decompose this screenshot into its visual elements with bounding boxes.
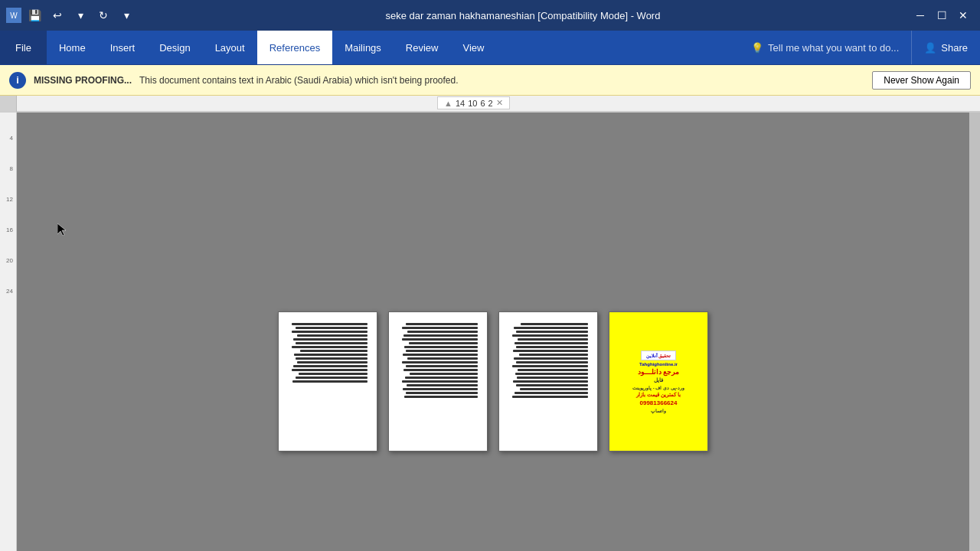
tab-view[interactable]: View: [450, 31, 496, 64]
vertical-ruler: 4 8 12 16 20 24: [0, 112, 17, 551]
text-line: [292, 369, 368, 371]
text-line: [514, 327, 588, 329]
title-bar: W 💾 ↩ ▾ ↻ ▾ seke dar zaman hakhamaneshia…: [0, 0, 980, 31]
share-button[interactable]: 👤 Share: [911, 31, 980, 64]
tab-review[interactable]: Review: [394, 31, 451, 64]
text-line: [297, 334, 368, 337]
share-icon: 👤: [924, 42, 936, 54]
ribbon-tab-list: File Home Insert Design Layout Reference…: [0, 31, 980, 64]
tab-mailings[interactable]: Mailings: [332, 31, 394, 64]
ruler-mark-24: 24: [6, 289, 13, 295]
undo-dropdown-button[interactable]: ▾: [70, 5, 90, 25]
text-line: [292, 323, 368, 325]
text-line: [513, 380, 588, 383]
ruler-row: ▲ 14 10 6 2 ✕: [0, 96, 980, 112]
text-line: [403, 388, 478, 390]
text-line: [520, 388, 588, 390]
text-line: [521, 323, 588, 325]
tell-me-text: Tell me what you want to do...: [768, 42, 899, 54]
horizontal-ruler: ▲ 14 10 6 2 ✕: [17, 96, 980, 112]
redo-button[interactable]: ↻: [93, 5, 113, 25]
tab-home[interactable]: Home: [47, 31, 98, 64]
quick-access-dropdown[interactable]: ▾: [116, 5, 136, 25]
ad-ref: مرجع دانلـــود: [638, 368, 680, 376]
text-line: [513, 350, 588, 352]
text-line: [406, 365, 478, 367]
text-line: [296, 377, 368, 379]
mouse-cursor: [57, 223, 64, 230]
text-line: [407, 331, 478, 333]
text-line: [292, 331, 368, 333]
ad-phone: 09981366624: [640, 399, 678, 406]
text-line: [406, 323, 478, 325]
text-line: [512, 396, 588, 398]
tell-me-field[interactable]: 💡 Tell me what you want to do...: [739, 31, 911, 64]
page-thumb-4[interactable]: تحقیق آنلاین Tahghighonline.ir مرجع دانل…: [609, 311, 708, 452]
text-line: [402, 361, 478, 364]
text-line: [404, 396, 478, 398]
text-line: [516, 361, 588, 364]
text-line: [402, 327, 478, 329]
save-button[interactable]: 💾: [24, 5, 44, 25]
text-line: [402, 338, 478, 341]
text-line: [293, 338, 368, 341]
text-line: [292, 380, 368, 383]
text-line: [409, 342, 478, 344]
restore-button[interactable]: ☐: [931, 5, 952, 26]
nav-val1: 14: [456, 99, 465, 108]
nav-prev-icon[interactable]: ▲: [444, 99, 452, 108]
minimize-button[interactable]: ─: [910, 5, 931, 26]
never-show-again-button[interactable]: Never Show Again: [872, 71, 971, 90]
text-line: [512, 365, 588, 367]
text-line: [405, 377, 478, 379]
notification-bar: i MISSING PROOFING... This document cont…: [0, 65, 980, 96]
ruler-mark-20: 20: [6, 258, 13, 264]
tab-design[interactable]: Design: [147, 31, 202, 64]
text-line: [514, 392, 588, 394]
text-line: [402, 380, 478, 383]
text-line: [515, 373, 588, 375]
text-line: [293, 365, 368, 367]
page-thumbnails: تحقیق آنلاین Tahghighonline.ir مرجع دانل…: [278, 311, 708, 452]
text-line: [512, 334, 588, 337]
ad-file: فایل: [654, 377, 663, 383]
text-line: [296, 342, 368, 344]
tab-layout[interactable]: Layout: [203, 31, 257, 64]
close-button[interactable]: ✕: [952, 5, 974, 26]
page-thumb-3[interactable]: [498, 311, 598, 452]
tab-insert[interactable]: Insert: [98, 31, 148, 64]
text-line: [404, 346, 478, 348]
ad-site: Tahghighonline.ir: [639, 362, 678, 367]
text-line: [296, 357, 368, 360]
page-thumb-2[interactable]: [388, 311, 488, 452]
ad-whatsapp: واتساپ: [651, 408, 666, 413]
document-title: seke dar zaman hakhamaneshian [Compatibi…: [136, 10, 910, 21]
tab-references[interactable]: References: [257, 31, 332, 64]
text-line: [292, 346, 368, 348]
text-line: [403, 334, 478, 337]
text-line: [296, 327, 368, 329]
nav-val4: 2: [488, 99, 493, 108]
nav-val2: 10: [468, 99, 477, 108]
text-line: [410, 373, 478, 375]
ruler-mark-8: 8: [10, 166, 13, 172]
text-line: [407, 357, 478, 360]
vertical-scrollbar[interactable]: [969, 112, 980, 551]
ad-formats: ورد-پی دی اف - پاورپوینت: [632, 385, 684, 390]
ruler-mark-16: 16: [6, 227, 13, 233]
quick-access-toolbar: W 💾 ↩ ▾ ↻ ▾: [6, 5, 136, 25]
nav-val3: 6: [480, 99, 485, 108]
text-line: [516, 346, 588, 348]
text-line: [300, 350, 368, 352]
page-thumb-1[interactable]: [278, 311, 377, 452]
ad-price: با کمترین قیمت بازار: [636, 392, 681, 398]
nav-next-icon[interactable]: ✕: [496, 98, 503, 108]
notification-title: MISSING PROOFING...: [34, 75, 132, 86]
text-line: [407, 384, 478, 386]
page-1-content: [286, 320, 369, 444]
tab-file[interactable]: File: [0, 31, 47, 64]
svg-marker-0: [57, 223, 66, 236]
text-line: [514, 357, 588, 360]
undo-button[interactable]: ↩: [47, 5, 67, 25]
text-line: [517, 377, 588, 379]
